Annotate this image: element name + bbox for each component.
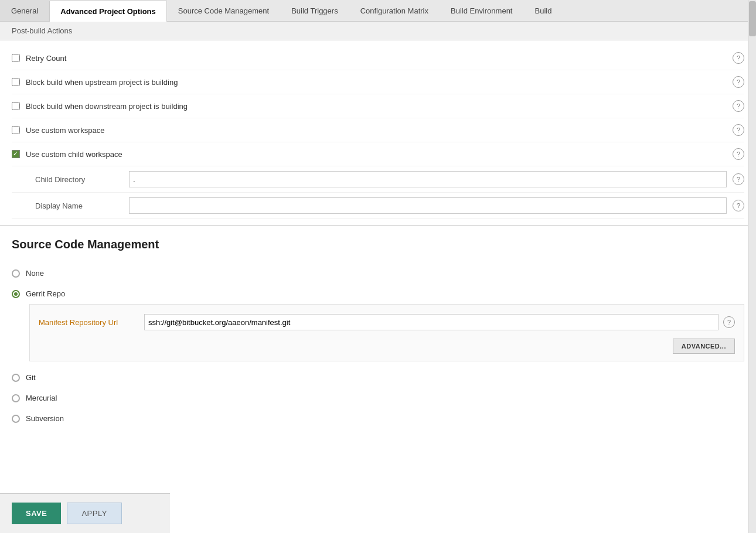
gerrit-manifest-url-label: Manifest Repository Url xyxy=(39,318,144,327)
block-upstream-label: Block build when upstream project is bui… xyxy=(26,78,727,87)
display-name-label: Display Name xyxy=(35,201,129,210)
mercurial-label: Mercurial xyxy=(26,394,57,402)
gerrit-manifest-url-input[interactable] xyxy=(144,314,718,330)
option-row-retry-count: Retry Count ? xyxy=(12,46,744,70)
none-radio[interactable] xyxy=(12,269,20,278)
custom-workspace-label: Use custom workspace xyxy=(26,126,727,135)
tab-bar: General Advanced Project Options Source … xyxy=(0,0,756,22)
block-downstream-label: Block build when downstream project is b… xyxy=(26,102,727,111)
sub-option-child-directory: Child Directory ? xyxy=(12,166,744,193)
block-upstream-checkbox[interactable] xyxy=(12,78,20,86)
option-row-block-downstream: Block build when downstream project is b… xyxy=(12,94,744,118)
sub-option-display-name: Display Name ? xyxy=(12,193,744,219)
none-label: None xyxy=(26,269,44,278)
scm-heading: Source Code Management xyxy=(0,226,756,257)
tab-build-environment[interactable]: Build Environment xyxy=(440,0,524,21)
block-upstream-help-icon[interactable]: ? xyxy=(733,76,744,88)
post-build-actions-label: Post-build Actions xyxy=(12,26,72,35)
custom-workspace-checkbox[interactable] xyxy=(12,126,20,134)
subversion-radio[interactable] xyxy=(12,415,20,423)
gerrit-repo-radio[interactable] xyxy=(12,290,20,298)
retry-count-label: Retry Count xyxy=(26,54,727,63)
gerrit-manifest-url-row: Manifest Repository Url ? xyxy=(39,310,735,334)
action-bar: SAVE APPLY xyxy=(0,493,170,533)
retry-count-checkbox[interactable] xyxy=(12,54,20,62)
tab-source-code-management[interactable]: Source Code Management xyxy=(167,0,280,21)
tab-configuration-matrix[interactable]: Configuration Matrix xyxy=(349,0,440,21)
retry-count-help-icon[interactable]: ? xyxy=(733,52,744,64)
scrollbar-thumb[interactable] xyxy=(749,1,756,36)
gerrit-manifest-url-help-icon[interactable]: ? xyxy=(723,316,735,328)
sub-bar: Post-build Actions xyxy=(0,22,756,40)
custom-workspace-help-icon[interactable]: ? xyxy=(733,124,744,136)
git-label: Git xyxy=(26,373,36,382)
option-row-custom-child-workspace: Use custom child workspace ? xyxy=(12,142,744,166)
radio-row-none: None xyxy=(12,263,744,283)
git-radio[interactable] xyxy=(12,374,20,382)
scrollbar[interactable] xyxy=(748,0,756,533)
main-content: Retry Count ? Block build when upstream … xyxy=(0,40,756,533)
child-directory-label: Child Directory xyxy=(35,175,129,184)
tab-build[interactable]: Build xyxy=(523,0,563,21)
scm-section: None Gerrit Repo Manifest Repository Url… xyxy=(0,257,756,440)
child-directory-help-icon[interactable]: ? xyxy=(733,173,744,185)
block-downstream-help-icon[interactable]: ? xyxy=(733,100,744,112)
advanced-button[interactable]: ADVANCED... xyxy=(673,339,735,354)
radio-row-subversion: Subversion xyxy=(12,408,744,429)
advanced-options-section: Retry Count ? Block build when upstream … xyxy=(0,40,756,226)
subversion-label: Subversion xyxy=(26,414,64,423)
tab-build-triggers[interactable]: Build Triggers xyxy=(280,0,349,21)
tab-advanced-project-options[interactable]: Advanced Project Options xyxy=(49,1,167,22)
gerrit-sub-section: Manifest Repository Url ? ADVANCED... xyxy=(29,304,744,361)
radio-row-git: Git xyxy=(12,367,744,388)
custom-child-workspace-label: Use custom child workspace xyxy=(26,150,727,159)
save-button[interactable]: SAVE xyxy=(12,503,61,524)
block-downstream-checkbox[interactable] xyxy=(12,102,20,110)
mercurial-radio[interactable] xyxy=(12,394,20,402)
radio-row-mercurial: Mercurial xyxy=(12,388,744,408)
apply-button[interactable]: APPLY xyxy=(67,503,121,524)
page-wrapper: General Advanced Project Options Source … xyxy=(0,0,756,533)
option-row-block-upstream: Block build when upstream project is bui… xyxy=(12,70,744,94)
advanced-btn-row: ADVANCED... xyxy=(39,334,735,355)
display-name-input[interactable] xyxy=(129,197,727,214)
custom-child-workspace-checkbox[interactable] xyxy=(12,150,20,158)
child-directory-input[interactable] xyxy=(129,171,727,187)
radio-row-gerrit-repo: Gerrit Repo xyxy=(12,283,744,304)
display-name-help-icon[interactable]: ? xyxy=(733,200,744,211)
gerrit-repo-label: Gerrit Repo xyxy=(26,289,65,298)
custom-child-workspace-help-icon[interactable]: ? xyxy=(733,148,744,160)
option-row-custom-workspace: Use custom workspace ? xyxy=(12,118,744,142)
tab-general[interactable]: General xyxy=(0,0,49,21)
